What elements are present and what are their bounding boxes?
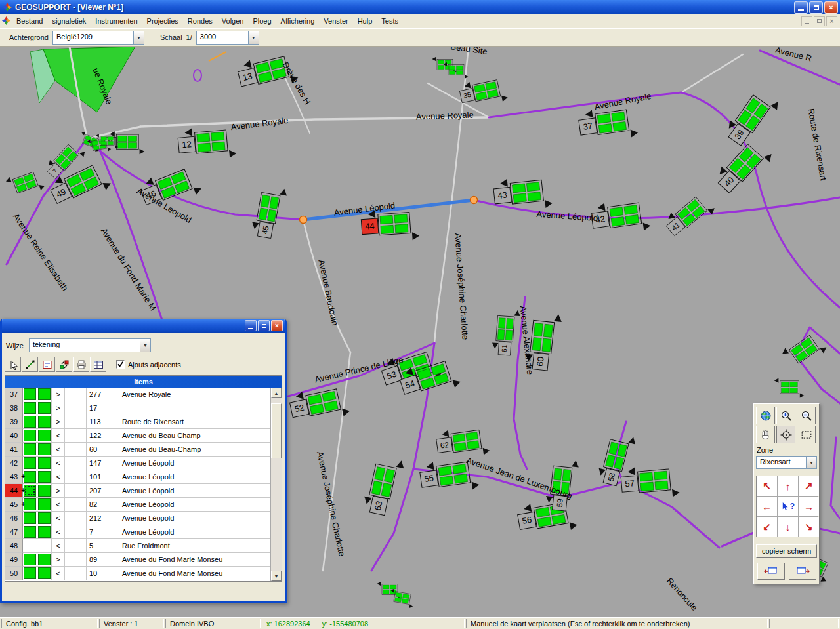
status-cell[interactable] [37, 498, 52, 512]
pan-west-button[interactable]: ← [757, 497, 777, 516]
child-close-button[interactable]: × [826, 16, 837, 26]
items-window-titlebar[interactable]: × [2, 319, 285, 333]
row-id-cell[interactable]: 37 [5, 388, 23, 401]
house-number-cell[interactable]: 5 [87, 539, 119, 553]
direction-cell[interactable]: < [52, 443, 65, 457]
sign-marker-45[interactable]: 45 [250, 184, 288, 240]
chevron-down-icon[interactable]: ▼ [133, 31, 144, 44]
table-row-49[interactable]: 49>89Avenue du Fond Marie Monseu [5, 553, 270, 567]
status-cell[interactable] [23, 415, 37, 429]
street-name-cell[interactable]: Avenue du Beau-Champ [119, 443, 270, 457]
row-id-cell[interactable]: 48 [5, 539, 23, 553]
adjacents-checkbox-group[interactable]: Ajouts adjacents [116, 360, 181, 369]
direction-cell[interactable]: > [52, 415, 65, 429]
menu-item-affichering[interactable]: Affichering [276, 14, 320, 28]
status-cell[interactable] [23, 388, 37, 401]
house-number-cell[interactable]: 7 [87, 525, 119, 539]
direction-cell[interactable]: < [52, 539, 65, 553]
row-id-cell[interactable]: 46 [5, 512, 23, 525]
status-cell[interactable] [23, 498, 37, 512]
street-name-cell[interactable]: Route de Rixensart [119, 415, 270, 429]
street-name-cell[interactable]: Avenue Léopold [119, 512, 270, 525]
pan-north-button[interactable]: ↑ [778, 476, 798, 496]
street-name-cell[interactable]: Rue Froidmont [119, 539, 270, 553]
sign-marker-40[interactable]: 40 [712, 135, 774, 199]
sign-marker-41[interactable]: 41 [662, 190, 717, 242]
pan-hand-button[interactable] [756, 426, 775, 443]
street-name-cell[interactable] [119, 401, 270, 415]
status-cell[interactable] [37, 443, 52, 457]
child-restore-button[interactable] [814, 16, 825, 26]
house-number-cell[interactable]: 82 [87, 498, 119, 512]
table-row-46[interactable]: 46<212Avenue Léopold [5, 512, 270, 525]
street-name-cell[interactable]: Avenue Léopold [119, 457, 270, 470]
house-number-cell[interactable]: 60 [87, 443, 119, 457]
direction-cell[interactable]: < [52, 567, 65, 580]
items-scrollbar[interactable]: ▲ ▼ [270, 388, 282, 581]
row-id-cell[interactable]: 45+ [5, 498, 23, 512]
menu-item-rondes[interactable]: Rondes [183, 14, 217, 28]
swap-tool-button[interactable] [56, 357, 72, 372]
background-combobox[interactable]: België1209 ▼ [52, 31, 144, 45]
direction-cell[interactable]: > [52, 553, 65, 567]
status-cell[interactable] [37, 401, 52, 415]
street-name-cell[interactable]: Avenue du Fond Marie Monseu [119, 553, 270, 567]
table-row-47[interactable]: 47<7Avenue Léopold [5, 525, 270, 539]
status-cell[interactable] [23, 567, 37, 580]
row-id-cell[interactable]: 44+ [5, 484, 23, 498]
sign-marker[interactable] [5, 167, 45, 200]
sign-marker-62[interactable]: 62 [435, 424, 490, 460]
status-cell[interactable] [37, 470, 52, 484]
table-row-48[interactable]: 48<5Rue Froidmont [5, 539, 270, 553]
table-row-44[interactable]: 44+>207Avenue Léopold [5, 484, 270, 498]
street-name-cell[interactable]: Avenue du Fond Marie Monseu [119, 567, 270, 580]
table-row-43[interactable]: 43+<101Avenue Léopold [5, 470, 270, 484]
sign-marker-56[interactable]: 56 [516, 497, 578, 538]
copy-screen-left-button[interactable] [757, 563, 785, 580]
pan-northwest-button[interactable]: ↖ [757, 476, 777, 496]
route-node-start[interactable] [300, 216, 307, 224]
status-cell[interactable] [37, 388, 52, 401]
row-id-cell[interactable]: 50 [5, 567, 23, 580]
table-row-42[interactable]: 42<147Avenue Léopold [5, 457, 270, 470]
status-cell[interactable] [37, 415, 52, 429]
table-row-41[interactable]: 41<60Avenue du Beau-Champ [5, 443, 270, 457]
house-number-cell[interactable]: 122 [87, 429, 119, 443]
print-tool-button[interactable] [73, 357, 89, 372]
status-cell[interactable] [37, 553, 52, 567]
sign-marker-12[interactable]: 12 [177, 125, 237, 162]
scroll-up-button[interactable]: ▲ [271, 388, 282, 398]
street-name-cell[interactable]: Avenue Royale [119, 388, 270, 401]
status-cell[interactable] [23, 484, 37, 498]
house-number-cell[interactable]: 10 [87, 567, 119, 580]
zone-combobox[interactable]: Rixensart ▼ [756, 456, 817, 469]
report-tool-button[interactable] [39, 357, 55, 372]
copy-screen-button[interactable]: copieer scherm [756, 544, 817, 558]
house-number-cell[interactable]: 113 [87, 415, 119, 429]
status-cell[interactable] [37, 525, 52, 539]
minimize-button[interactable] [794, 1, 808, 14]
sign-marker[interactable] [774, 378, 805, 398]
house-number-cell[interactable]: 147 [87, 457, 119, 470]
status-cell[interactable] [37, 567, 52, 580]
direction-cell[interactable]: > [52, 484, 65, 498]
direction-cell[interactable]: > [52, 401, 65, 415]
row-id-cell[interactable]: 49 [5, 553, 23, 567]
status-cell[interactable] [23, 401, 37, 415]
menu-item-signaletiek[interactable]: signaletiek [47, 14, 91, 28]
house-number-cell[interactable]: 17 [87, 401, 119, 415]
menu-item-volgen[interactable]: Volgen [217, 14, 249, 28]
chevron-down-icon[interactable]: ▼ [248, 31, 259, 44]
pan-south-button[interactable]: ↓ [778, 517, 798, 537]
mode-combobox[interactable]: tekening ▼ [29, 338, 151, 352]
select-rectangle-button[interactable] [797, 426, 816, 443]
sign-marker-39[interactable]: 39 [722, 85, 782, 151]
table-row-39[interactable]: 39>113Route de Rixensart [5, 415, 270, 429]
row-id-cell[interactable]: 40 [5, 429, 23, 443]
chevron-down-icon[interactable]: ▼ [140, 339, 150, 352]
menu-item-hulp[interactable]: Hulp [353, 14, 377, 28]
house-number-cell[interactable]: 89 [87, 553, 119, 567]
sign-marker-61[interactable]: 61 [492, 309, 521, 356]
house-number-cell[interactable]: 207 [87, 484, 119, 498]
status-cell[interactable] [37, 484, 52, 498]
